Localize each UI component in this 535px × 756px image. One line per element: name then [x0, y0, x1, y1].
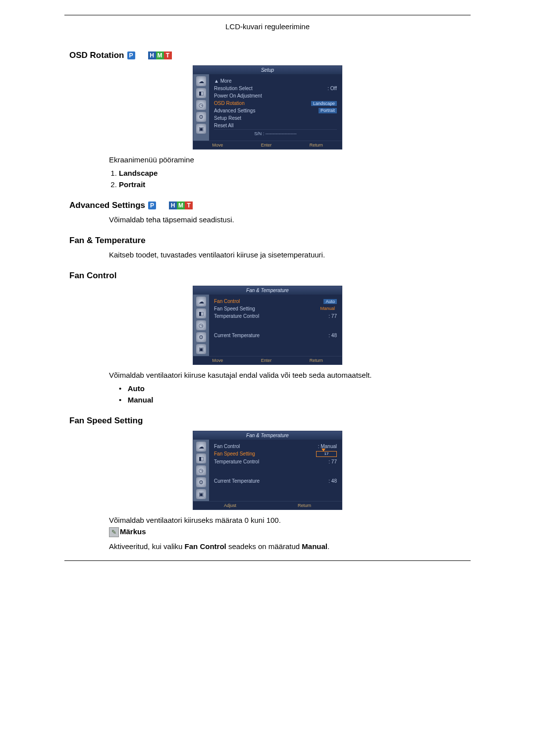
osd-fan1-foot-move: Move — [212, 358, 223, 363]
osd-setup-more-label: ▲ More — [214, 78, 231, 84]
osd-fan2-panel: Fan & Temperature ☁ ◧ ◷ ⚙ ▣ Fan Control … — [193, 431, 342, 510]
fan-speed-note-text: Aktiveeritud, kui valiku Fan Control sea… — [109, 542, 466, 551]
osd-setup-osdrot-landscape: Landscape — [311, 101, 337, 106]
osd-fan1-icon-3: ◷ — [196, 320, 206, 330]
osd-setup-advset-label: Advanced Settings — [214, 108, 255, 113]
page: LCD-kuvari reguleerimine OSD Rotation P … — [64, 0, 471, 591]
fan-control-item-1: • Auto — [119, 384, 466, 393]
fan-speed-desc: Võimaldab ventilaatori kiiruseks määrata… — [109, 516, 466, 524]
fan-speed-note-line: ✎Märkus — [109, 527, 466, 537]
osd-fan2-foot-adjust: Adjust — [224, 503, 236, 508]
h-icon-2: H — [169, 202, 177, 209]
osd-fan2-main: Fan Control : Manual Fan Speed Setting 1… — [209, 440, 342, 501]
osd-fan2-tc-label: Temperature Control — [214, 459, 259, 464]
osd-icon-5: ▣ — [196, 124, 206, 134]
fan-temperature-desc: Kaitseb toodet, tuvastades ventilaatori … — [109, 251, 466, 259]
fan-speed-note-mid2: seadeks on määratud — [226, 542, 302, 551]
osd-fan1-tc-label: Temperature Control — [214, 313, 259, 319]
heading-fan-speed-text: Fan Speed Setting — [69, 416, 143, 426]
osd-rotation-item-1-label: Landscape — [119, 169, 158, 177]
osd-icon-1: ☁ — [196, 76, 206, 86]
osd-setup-resetall-label: Reset All — [214, 123, 233, 128]
osd-setup-advset: Advanced Settings Portrait — [214, 107, 337, 114]
osd-rotation-item-1: Landscape — [119, 169, 466, 177]
osd-icon-4: ⚙ — [196, 112, 206, 122]
heading-fan-temperature-text: Fan & Temperature — [69, 236, 146, 246]
osd-fan2-icon-1: ☁ — [196, 442, 206, 452]
osd-setup-res: Resolution Select : Off — [214, 85, 337, 92]
osd-setup-osdrot-label: OSD Rotation — [214, 101, 245, 106]
h-icon: H — [148, 51, 156, 59]
osd-fan1-tc: Temperature Control : 77 — [214, 312, 337, 320]
osd-fan1-fc: Fan Control Auto — [214, 298, 337, 305]
osd-fan2-icon-3: ◷ — [196, 465, 206, 475]
fan-control-item-1-label: Auto — [128, 384, 145, 393]
osd-fan1-sidebar: ☁ ◧ ◷ ⚙ ▣ — [193, 295, 209, 356]
osd-fan1-fss-label: Fan Speed Setting — [214, 306, 255, 311]
fan-speed-note-pre: Aktiveeritud, kui valiku — [109, 542, 185, 551]
osd-fan1-foot-return: Return — [310, 358, 323, 363]
osd-fan1-icon-4: ⚙ — [196, 332, 206, 342]
fan-speed-note-label: Märkus — [120, 527, 146, 536]
osd-fan1-fc-auto: Auto — [323, 299, 337, 304]
heading-fan-speed: Fan Speed Setting — [69, 416, 466, 426]
osd-setup-main: ▲ More Resolution Select : Off Power On … — [209, 74, 342, 141]
heading-osd-rotation: OSD Rotation P H M T — [69, 50, 466, 60]
osd-fan1-panel: Fan & Temperature ☁ ◧ ◷ ⚙ ▣ Fan Control … — [193, 286, 342, 365]
heading-advanced-settings-text: Advanced Settings — [69, 201, 145, 210]
osd-fan2-title: Fan & Temperature — [193, 431, 342, 440]
osd-setup-poweron-label: Power On Adjustment — [214, 93, 262, 99]
osd-rotation-item-2-label: Portrait — [119, 180, 145, 189]
fan-control-item-2: • Manual — [119, 396, 466, 404]
osd-fan2-tc: Temperature Control : 77 — [214, 458, 337, 465]
osd-fan2-icon-5: ▣ — [196, 489, 206, 499]
hmt-icon-group-2: H M T — [169, 202, 193, 209]
osd-fan2-fss-slider: 17 — [316, 451, 337, 457]
osd-setup-res-label: Resolution Select — [214, 86, 253, 91]
osd-fan2-foot-return: Return — [298, 503, 311, 508]
osd-fan2-fss-value: 17 — [324, 452, 329, 456]
osd-fan2-tc-value: : 77 — [328, 459, 337, 464]
osd-fan2-sidebar: ☁ ◧ ◷ ⚙ ▣ — [193, 440, 209, 501]
osd-setup-panel: Setup ☁ ◧ ◷ ⚙ ▣ ▲ More Resolution Select… — [193, 65, 342, 150]
p-icon-2: P — [148, 202, 156, 209]
osd-fan1-fc-manual: Manual — [318, 306, 337, 311]
fan-control-desc: Võimaldab ventilaatori kiiruse kasutajal… — [109, 371, 466, 379]
heading-fan-temperature: Fan & Temperature — [69, 236, 466, 246]
osd-setup-foot: Move Enter Return — [193, 141, 342, 149]
heading-advanced-settings: Advanced SettingsP H M T — [69, 201, 466, 210]
m-icon-2: M — [177, 202, 185, 209]
heading-fan-control: Fan Control — [69, 271, 466, 281]
osd-fan1-ct-label: Current Temperature — [214, 333, 260, 338]
osd-fan2-fss-label: Fan Speed Setting — [214, 451, 255, 457]
heading-fan-control-text: Fan Control — [69, 271, 116, 281]
advanced-settings-desc: Võimaldab teha täpsemaid seadistusi. — [109, 215, 466, 224]
t-icon-2: T — [185, 202, 193, 209]
slider-pointer-icon — [321, 449, 325, 452]
osd-setup-sn: S/N : --------------------- — [214, 129, 337, 138]
bottom-rule — [64, 560, 471, 561]
osd-fan1-tc-value: : 77 — [328, 313, 337, 319]
osd-fan2-body: ☁ ◧ ◷ ⚙ ▣ Fan Control : Manual Fan Speed… — [193, 440, 342, 501]
osd-fan1-icon-1: ☁ — [196, 297, 206, 306]
osd-setup-foot-return: Return — [310, 143, 323, 148]
osd-fan2-icon-2: ◧ — [196, 454, 206, 463]
osd-fan1-title: Fan & Temperature — [193, 286, 342, 295]
osd-fan2-fc-value: : Manual — [318, 444, 337, 449]
fan-control-item-2-label: Manual — [128, 396, 154, 404]
osd-fan1-icon-5: ▣ — [196, 344, 206, 354]
osd-fan2-ct-value: : 48 — [328, 478, 337, 484]
osd-setup-foot-move: Move — [212, 143, 223, 148]
osd-setup-more: ▲ More — [214, 77, 337, 85]
osd-fan1-foot: Move Enter Return — [193, 356, 342, 364]
osd-fan2-icon-4: ⚙ — [196, 477, 206, 487]
osd-fan1-spacer — [214, 320, 337, 332]
osd-fan1-foot-enter: Enter — [261, 358, 272, 363]
osd-icon-2: ◧ — [196, 88, 206, 98]
osd-fan1-ct-value: : 48 — [328, 333, 337, 338]
osd-fan2-ct-label: Current Temperature — [214, 478, 260, 484]
osd-fan2-ct: Current Temperature : 48 — [214, 477, 337, 485]
osd-setup-body: ☁ ◧ ◷ ⚙ ▣ ▲ More Resolution Select : Off… — [193, 74, 342, 141]
osd-setup-foot-enter: Enter — [261, 143, 272, 148]
t-icon: T — [164, 51, 172, 59]
